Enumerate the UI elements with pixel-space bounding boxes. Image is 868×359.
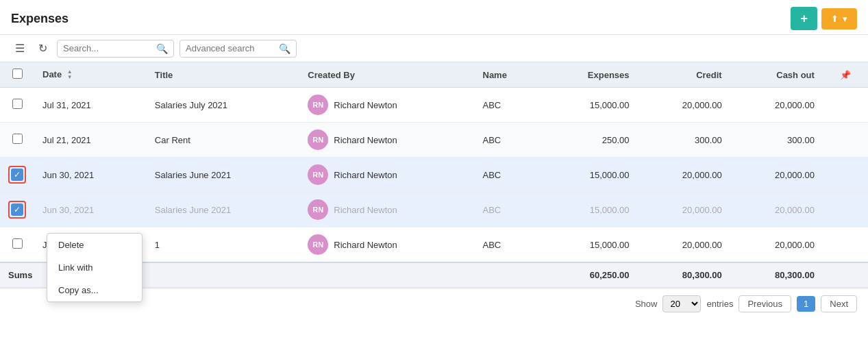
top-buttons: + ⬆ ▾: [791, 7, 857, 30]
advanced-search-input[interactable]: [186, 43, 275, 53]
row-created-by: RN Richard Newton: [299, 158, 474, 193]
date-sort-icon[interactable]: ▲▼: [67, 69, 73, 80]
row-name: ABC: [475, 227, 542, 263]
row-title: Salaries June 2021: [147, 158, 299, 193]
row-date: Jun 30, 2021: [34, 158, 147, 193]
context-menu-delete[interactable]: Delete: [47, 234, 142, 256]
row-checkbox-cell: [0, 88, 34, 123]
dropdown-arrow: ▾: [843, 14, 847, 24]
row-cash-out: 20,000.00: [730, 88, 823, 123]
context-menu-copy-as[interactable]: Copy as...: [47, 279, 142, 301]
page-title: Expenses: [11, 12, 69, 26]
advanced-search-icon-button[interactable]: 🔍: [279, 43, 290, 54]
row-checkbox[interactable]: [12, 99, 23, 109]
header-name: Name: [475, 62, 542, 88]
row-title: Salaries June 2021: [147, 193, 299, 227]
row-expenses: 15,000.00: [542, 158, 638, 193]
created-by-name: Richard Newton: [334, 240, 397, 250]
row-pin: [823, 193, 868, 227]
current-page-button[interactable]: 1: [797, 296, 815, 312]
row-checked-box[interactable]: ✓: [11, 169, 23, 181]
next-button[interactable]: Next: [821, 295, 857, 312]
row-checked-box[interactable]: ✓: [11, 203, 23, 216]
created-by-name: Richard Newton: [334, 205, 397, 215]
header-checkbox-cell: [0, 62, 34, 88]
row-expenses: 250.00: [542, 123, 638, 158]
top-bar-left: Expenses: [11, 12, 69, 26]
show-select[interactable]: 20 10 50 100: [662, 295, 701, 312]
checkbox-highlight: ✓: [8, 201, 26, 219]
export-icon: ⬆: [831, 14, 839, 24]
sums-empty: [823, 262, 868, 288]
row-checkbox-cell: ✓: [0, 158, 34, 193]
context-menu-link-with[interactable]: Link with: [47, 256, 142, 279]
avatar: RN: [308, 95, 328, 115]
row-created-by: RN Richard Newton: [299, 123, 474, 158]
avatar: RN: [308, 129, 328, 150]
add-button[interactable]: +: [791, 7, 817, 30]
header-expenses: Expenses: [542, 62, 638, 88]
row-checkbox[interactable]: [12, 238, 23, 249]
header-credit: Credit: [638, 62, 730, 88]
row-cash-out: 20,000.00: [730, 227, 823, 263]
search-icon-button[interactable]: 🔍: [156, 43, 168, 54]
row-credit: 20,000.00: [638, 193, 730, 227]
export-button[interactable]: ⬆ ▾: [821, 8, 857, 29]
sums-credit: 80,300.00: [638, 262, 730, 288]
avatar: RN: [308, 164, 328, 185]
menu-icon: ☰: [15, 42, 25, 54]
row-expenses: 15,000.00: [542, 227, 638, 263]
row-expenses: 15,000.00: [542, 88, 638, 123]
row-cash-out: 20,000.00: [730, 193, 823, 227]
row-cash-out: 20,000.00: [730, 158, 823, 193]
search-box: 🔍: [57, 40, 174, 58]
row-checkbox-cell: ✓: [0, 193, 34, 227]
row-pin: [823, 123, 868, 158]
row-pin: [823, 227, 868, 263]
checkbox-highlight: ✓: [8, 166, 26, 184]
row-created-by: RN Richard Newton: [299, 227, 474, 263]
top-bar: Expenses + ⬆ ▾: [0, 0, 868, 35]
row-name: ABC: [475, 123, 542, 158]
row-checkbox[interactable]: [12, 134, 23, 144]
row-title: Salaries July 2021: [147, 88, 299, 123]
refresh-button[interactable]: ↻: [34, 39, 51, 58]
row-created-by: RN Richard Newton: [299, 88, 474, 123]
created-by-name: Richard Newton: [334, 100, 397, 110]
table-header: Date ▲▼ Title Created By Name Expenses C…: [0, 62, 868, 88]
header-created-by: Created By: [299, 62, 474, 88]
header-pin: 📌: [823, 62, 868, 88]
row-cash-out: 300.00: [730, 123, 823, 158]
created-by-name: Richard Newton: [334, 170, 397, 180]
show-label: Show: [635, 299, 658, 309]
header-date: Date ▲▼: [34, 62, 147, 88]
search-input[interactable]: [63, 43, 152, 53]
previous-button[interactable]: Previous: [739, 295, 791, 312]
row-date: Jul 31, 2021: [34, 88, 147, 123]
sums-cash-out: 80,300.00: [730, 262, 823, 288]
row-name: ABC: [475, 158, 542, 193]
entries-label: entries: [706, 299, 733, 309]
advanced-search-box: 🔍: [179, 40, 297, 58]
row-pin: [823, 158, 868, 193]
select-all-checkbox[interactable]: [12, 69, 23, 79]
row-date: Jul 21, 2021: [34, 123, 147, 158]
row-pin: [823, 88, 868, 123]
menu-icon-button[interactable]: ☰: [11, 39, 29, 58]
avatar: RN: [308, 234, 328, 255]
refresh-icon: ↻: [38, 42, 47, 54]
row-checkbox-cell: [0, 227, 34, 263]
row-credit: 20,000.00: [638, 88, 730, 123]
row-expenses: 15,000.00: [542, 193, 638, 227]
row-credit: 20,000.00: [638, 158, 730, 193]
table-row: Jul 21, 2021 Car Rent RN Richard Newton …: [0, 123, 868, 158]
row-name: ABC: [475, 193, 542, 227]
table-row: Jul 31, 2021 Salaries July 2021 RN Richa…: [0, 88, 868, 123]
header-title: Title: [147, 62, 299, 88]
sums-expenses: 60,250.00: [542, 262, 638, 288]
toolbar: ☰ ↻ 🔍 🔍: [0, 35, 868, 62]
table-row-selected: ✓ Jun 30, 2021 Salaries June 2021 RN Ric…: [0, 158, 868, 193]
created-by-name: Richard Newton: [334, 135, 397, 145]
header-cash-out: Cash out: [730, 62, 823, 88]
row-name: ABC: [475, 88, 542, 123]
